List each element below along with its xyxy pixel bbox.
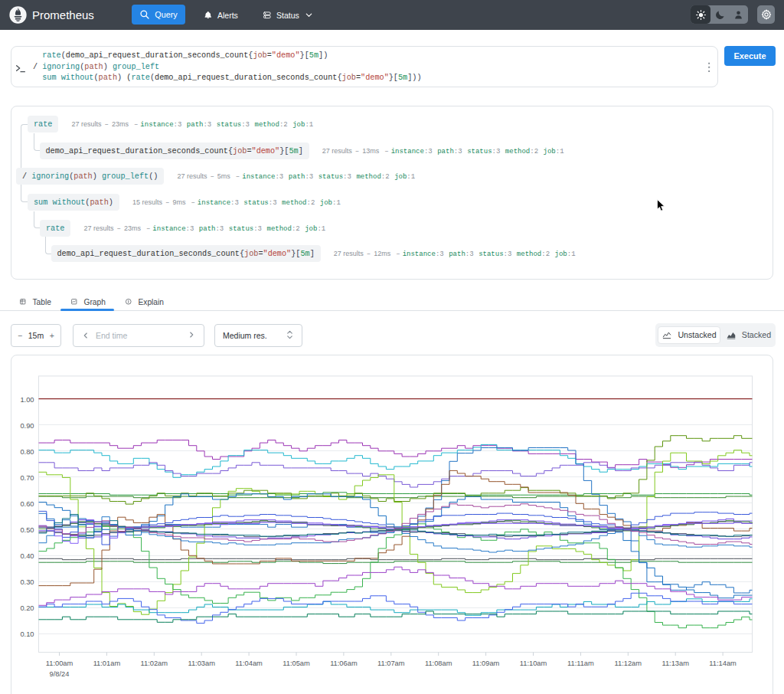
svg-text:11:05am: 11:05am	[283, 660, 310, 667]
svg-text:0.90: 0.90	[20, 422, 34, 430]
svg-text:11:07am: 11:07am	[377, 660, 405, 667]
svg-text:9/8/24: 9/8/24	[50, 670, 70, 678]
svg-text:0.30: 0.30	[20, 578, 34, 586]
svg-text:0.60: 0.60	[20, 500, 34, 508]
svg-text:11:02am: 11:02am	[141, 660, 168, 667]
svg-text:11:10am: 11:10am	[520, 660, 547, 667]
svg-text:11:01am: 11:01am	[93, 660, 121, 667]
svg-text:11:00am: 11:00am	[46, 660, 74, 667]
svg-text:11:13am: 11:13am	[662, 660, 689, 667]
svg-text:11:12am: 11:12am	[615, 660, 642, 667]
svg-text:0.80: 0.80	[20, 448, 34, 456]
svg-text:1.00: 1.00	[20, 396, 34, 404]
svg-text:0.40: 0.40	[20, 552, 34, 560]
svg-text:0.50: 0.50	[20, 526, 34, 534]
svg-text:0.70: 0.70	[20, 474, 34, 482]
svg-text:11:04am: 11:04am	[235, 660, 263, 667]
svg-text:0.10: 0.10	[20, 630, 34, 638]
svg-text:11:09am: 11:09am	[472, 660, 500, 667]
svg-text:11:03am: 11:03am	[188, 660, 215, 667]
svg-text:0.20: 0.20	[20, 604, 34, 612]
svg-text:11:08am: 11:08am	[425, 660, 452, 667]
svg-text:11:14am: 11:14am	[709, 660, 737, 667]
svg-text:11:06am: 11:06am	[330, 660, 358, 667]
svg-text:11:11am: 11:11am	[567, 660, 594, 667]
